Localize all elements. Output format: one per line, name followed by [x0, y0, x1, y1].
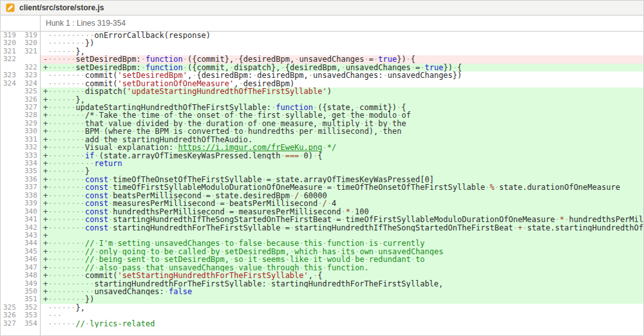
- indent-whitespace: ········: [48, 224, 85, 232]
- code-token: function: [146, 55, 183, 63]
- whitespace-dot: ·: [564, 216, 569, 223]
- indent-whitespace: ········: [48, 111, 85, 119]
- whitespace-dot: ·: [332, 216, 336, 223]
- whitespace-dot: ·: [108, 192, 113, 200]
- whitespace-dot: ·: [234, 111, 238, 119]
- whitespace-dot: ·: [192, 111, 196, 119]
- code-token: ·hundredthsPerMillisecond: [564, 216, 643, 223]
- whitespace-dot: ·: [397, 111, 401, 119]
- line-number-old: [1, 248, 20, 256]
- whitespace-dot: ·: [276, 120, 280, 127]
- whitespace-dot: ·: [317, 248, 322, 256]
- whitespace-dot: ·: [485, 183, 489, 191]
- code-token: 'setStartingHundredthForTheFirstSyllable…: [118, 272, 308, 279]
- code-token: //·I'm·setting·unsavedChanges·to·false·b…: [85, 239, 425, 247]
- diff-body: Hunk 1 : Lines 319-354 319319 ··········…: [1, 15, 643, 336]
- whitespace-dot: ·: [234, 264, 238, 272]
- whitespace-dot: ·: [522, 224, 527, 232]
- whitespace-dot: ·: [99, 127, 104, 135]
- code-line: +········commit('setStartingHundredthFor…: [41, 272, 643, 279]
- line-number-old: [1, 208, 20, 216]
- whitespace-dot: ·: [113, 144, 117, 151]
- diff-row: 322-······setDesiredBpm:·function·({comm…: [1, 55, 643, 63]
- code-token: true: [378, 55, 397, 63]
- whitespace-dot: ·: [313, 152, 317, 160]
- code-token: add·the·startingHundredthOfTheAudio.: [85, 136, 252, 144]
- diff-row: 328+········/*·Take·the·time·of·the·onse…: [1, 111, 643, 119]
- whitespace-dot: ·: [118, 111, 122, 119]
- whitespace-dot: ·: [141, 55, 146, 63]
- diff-row: 334+··········return: [1, 160, 643, 167]
- code-line: +········add·the·startingHundredthOfTheA…: [41, 136, 643, 144]
- whitespace-dot: ·: [308, 256, 313, 263]
- code-line: ········}): [41, 39, 643, 47]
- code-token: ·({commit,·dispatch},·{desiredBpm,·unsav…: [183, 64, 425, 71]
- whitespace-dot: ·: [285, 256, 290, 263]
- whitespace-dot: ·: [215, 200, 220, 207]
- diff-row: 343+: [1, 232, 643, 239]
- whitespace-dot: ·: [327, 200, 332, 207]
- code-line: +········/*·Take·the·time·of·the·onset·o…: [41, 111, 643, 119]
- whitespace-dot: ·: [211, 192, 215, 200]
- line-number-old: [1, 280, 20, 288]
- indent-whitespace: ··········: [48, 288, 94, 295]
- diff-row: 341+········const·startingHundredthIfThe…: [1, 216, 643, 223]
- whitespace-dot: ·: [294, 127, 299, 135]
- whitespace-dot: ·: [453, 64, 457, 71]
- line-number-old: 324: [1, 80, 20, 88]
- whitespace-dot: ·: [118, 248, 122, 256]
- code-token: const: [85, 192, 108, 200]
- whitespace-dot: ·: [108, 216, 113, 223]
- whitespace-dot: ·: [94, 256, 99, 263]
- whitespace-dot: ·: [229, 256, 234, 263]
- file-path: client/src/store/store.js: [19, 3, 104, 12]
- line-number-new: 321: [20, 48, 41, 55]
- whitespace-dot: ·: [383, 71, 387, 79]
- whitespace-dot: ·: [313, 104, 317, 111]
- whitespace-dot: ·: [411, 64, 415, 71]
- whitespace-dot: ·: [225, 200, 229, 207]
- line-number-old: [1, 120, 20, 127]
- file-header: client/src/store/store.js: [1, 1, 643, 15]
- whitespace-dot: ·: [164, 264, 169, 272]
- code-token: ·hundredthsPerMillisecond·=·measuresPerM…: [108, 208, 346, 216]
- whitespace-dot: ·: [104, 120, 108, 127]
- whitespace-dot: ·: [206, 248, 211, 256]
- diff-row: 321321 ······},: [1, 48, 643, 55]
- code-line: ········commit('setDesiredBpm',·{desired…: [41, 71, 643, 79]
- whitespace-dot: ·: [313, 127, 317, 135]
- diff-row: 320320 ········}): [1, 39, 643, 47]
- code-line: +········//·being·sent·to·setDesiredBpm,…: [41, 256, 643, 263]
- indent-whitespace: ········: [48, 183, 85, 191]
- line-number-old: [1, 216, 20, 223]
- comment-link[interactable]: https://i.imgur.com/frEweKu.png: [178, 144, 323, 151]
- whitespace-dot: ·: [271, 176, 276, 183]
- whitespace-dot: ·: [137, 111, 141, 119]
- line-number-new: 323: [20, 71, 41, 79]
- line-number-old: [1, 256, 20, 263]
- whitespace-dot: ·: [299, 192, 303, 200]
- indent-whitespace: ········: [48, 176, 85, 183]
- whitespace-dot: ·: [94, 111, 99, 119]
- code-token: ===: [285, 152, 299, 160]
- code-line: +········const·beatsPerMillisecond·=·sta…: [41, 192, 643, 200]
- whitespace-dot: ·: [234, 208, 238, 216]
- whitespace-dot: ·: [280, 64, 285, 71]
- whitespace-dot: ·: [220, 248, 225, 256]
- hunk-header: Hunk 1 : Lines 319-354: [1, 15, 643, 32]
- code-token: *: [346, 208, 350, 216]
- code-line: ········commit('setDurationOfOneMeasure'…: [41, 80, 643, 88]
- diff-row: 322+······setDesiredBpm:·function·({comm…: [1, 64, 643, 71]
- code-token: })·{: [397, 55, 415, 63]
- line-number-old: [1, 272, 20, 279]
- line-number-old: 323: [1, 71, 20, 79]
- code-line: +········Visual·explanation:·https://i.i…: [41, 144, 643, 151]
- diff-row: 331+········add·the·startingHundredthOfT…: [1, 136, 643, 144]
- diff-row: 342+········const·startingHundredthForTh…: [1, 224, 643, 232]
- whitespace-dot: ·: [299, 264, 303, 272]
- diff-row: 319319 ··········onErrorCallback(respons…: [1, 32, 643, 39]
- whitespace-dot: ·: [341, 64, 345, 71]
- code-line: +········}: [41, 167, 643, 175]
- diff-row: 336+········const·timeOfTheOnsetOfTheFir…: [1, 176, 643, 183]
- code-token: function: [146, 64, 183, 71]
